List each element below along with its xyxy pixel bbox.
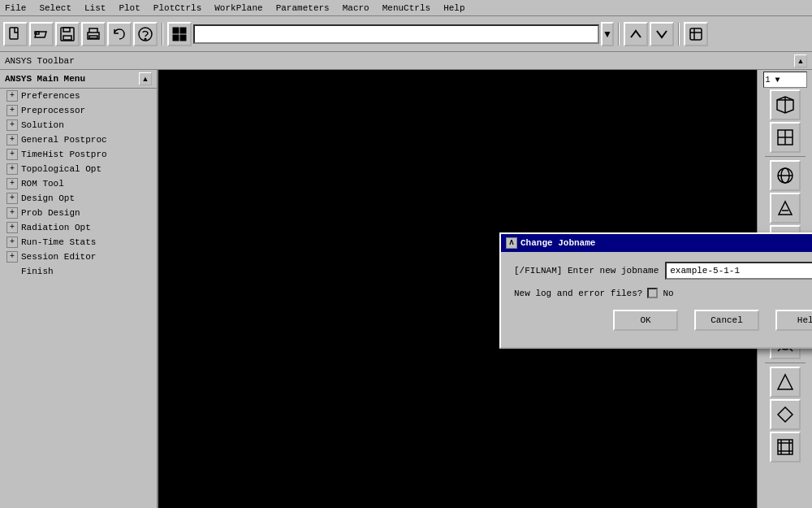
menu-parameters[interactable]: Parameters (274, 3, 331, 13)
menu-file[interactable]: File (3, 3, 28, 13)
svg-rect-10 (180, 28, 186, 33)
sidebar-label-solution: Solution (21, 119, 64, 132)
menu-select[interactable]: Select (37, 3, 73, 13)
sidebar-item-solution[interactable]: + Solution (0, 118, 157, 132)
view-btn-4[interactable] (770, 193, 801, 224)
toolbar-input[interactable] (193, 24, 599, 44)
grid-button[interactable] (167, 22, 192, 46)
print-button[interactable] (81, 22, 106, 46)
svg-rect-9 (173, 28, 179, 33)
sidebar-label-design-opt: Design Opt (21, 192, 75, 205)
sidebar-title: ANSYS Main Menu (5, 74, 85, 84)
dialog-prompt-label: [/FILNAM] Enter new jobname (514, 266, 659, 276)
svg-rect-3 (63, 36, 71, 40)
menu-help[interactable]: Help (442, 3, 466, 13)
menu-plot[interactable]: Plot (117, 3, 141, 13)
sidebar-item-topological-opt[interactable]: + Topological Opt (0, 162, 157, 176)
sidebar-label-timehist-postpro: TimeHist Postpro (21, 148, 107, 161)
plus-icon-preprocessor: + (6, 105, 18, 116)
dialog-body: [/FILNAM] Enter new jobname New log and … (501, 252, 812, 347)
dialog-no-label: No (663, 289, 673, 298)
view-btn-9[interactable] (770, 367, 801, 397)
sidebar-header: ANSYS Main Menu ▲ (0, 70, 157, 89)
view-dropdown[interactable]: 1 ▼ (763, 72, 807, 88)
cancel-button[interactable]: Cancel (694, 310, 759, 331)
sidebar-label-radiation-opt: Radiation Opt (21, 221, 91, 234)
toolbar-btn-special[interactable] (684, 22, 708, 46)
right-separator-3 (765, 363, 806, 363)
toolbar-btn-down[interactable] (650, 22, 674, 46)
help-icon-button[interactable] (133, 22, 158, 46)
help-button[interactable]: Help (775, 310, 812, 331)
sidebar-item-run-time-stats[interactable]: + Run-Time Stats (0, 235, 157, 250)
dialog-titlebar: Λ Change Jobname ✕ (501, 234, 812, 252)
toolbar-dropdown-btn[interactable]: ▼ (601, 22, 614, 46)
sidebar-collapse-btn[interactable]: ▲ (139, 72, 152, 85)
sidebar-label-preferences: Preferences (21, 89, 80, 102)
view-btn-2[interactable] (770, 122, 801, 153)
dialog-title-text: Change Jobname (520, 238, 595, 248)
svg-rect-0 (10, 28, 18, 39)
view-btn-1[interactable] (770, 89, 801, 120)
viewport: Λ Change Jobname ✕ [/FILNAM] Enter new j… (158, 70, 757, 508)
dialog-buttons: OK Cancel Help (514, 310, 812, 337)
jobname-input[interactable] (665, 262, 812, 280)
plus-icon-radiation-opt: + (6, 222, 18, 233)
sidebar-item-preprocessor[interactable]: + Preprocessor (0, 103, 157, 118)
menu-workplane[interactable]: WorkPlane (213, 3, 264, 13)
svg-rect-4 (63, 28, 70, 32)
sidebar-item-timehist-postpro[interactable]: + TimeHist Postpro (0, 147, 157, 162)
ansys-toolbar-collapse[interactable]: ▲ (794, 54, 807, 67)
menu-macro[interactable]: Macro (341, 3, 371, 13)
view-btn-3[interactable] (770, 160, 801, 191)
toolbar-separator-1 (162, 23, 163, 46)
right-separator-1 (765, 156, 806, 157)
sidebar-item-session-editor[interactable]: + Session Editor (0, 250, 157, 264)
sidebar-item-preferences[interactable]: + Preferences (0, 89, 157, 103)
sidebar-label-general-postproc: General Postproc (21, 133, 107, 146)
view-btn-10[interactable] (770, 399, 801, 430)
sidebar-item-prob-design[interactable]: + Prob Design (0, 206, 157, 220)
ok-button[interactable]: OK (613, 310, 678, 331)
toolbar-separator-3 (678, 23, 680, 46)
toolbar-separator-2 (618, 23, 620, 46)
plus-icon-timehist-postpro: + (6, 149, 18, 160)
save-button[interactable] (55, 22, 80, 46)
sidebar: ANSYS Main Menu ▲ + Preferences + Prepro… (0, 70, 158, 508)
sidebar-label-session-editor: Session Editor (21, 250, 96, 263)
plus-icon-solution: + (6, 119, 18, 131)
plus-icon-prob-design: + (6, 207, 18, 219)
sidebar-item-finish[interactable]: + Finish (0, 264, 157, 279)
ansys-toolbar-bar: ANSYS Toolbar ▲ (0, 52, 812, 70)
view-dropdown-value: 1 ▼ (766, 76, 780, 85)
dialog-jobname-row: [/FILNAM] Enter new jobname (514, 262, 812, 280)
plus-icon-general-postproc: + (6, 134, 18, 145)
sidebar-label-preprocessor: Preprocessor (21, 104, 85, 117)
dialog-log-label: New log and error files? (514, 289, 642, 298)
plus-icon-preferences: + (6, 90, 18, 102)
sidebar-item-general-postproc[interactable]: + General Postproc (0, 132, 157, 147)
new-file-button[interactable] (3, 22, 28, 46)
sidebar-item-radiation-opt[interactable]: + Radiation Opt (0, 220, 157, 235)
menu-plotctrls[interactable]: PlotCtrls (152, 3, 203, 13)
log-checkbox[interactable] (647, 288, 658, 298)
toolbar-btn-up[interactable] (624, 22, 648, 46)
svg-point-8 (145, 38, 146, 40)
svg-rect-30 (778, 440, 793, 454)
svg-rect-1 (35, 32, 39, 34)
sidebar-item-design-opt[interactable]: + Design Opt (0, 191, 157, 206)
toolbar: ▼ (0, 16, 812, 52)
sidebar-item-rom-tool[interactable]: + ROM Tool (0, 176, 157, 191)
undo-button[interactable] (107, 22, 132, 46)
plus-icon-design-opt: + (6, 193, 18, 204)
main-content: ANSYS Main Menu ▲ + Preferences + Prepro… (0, 70, 812, 508)
plus-icon-session-editor: + (6, 251, 18, 263)
menu-list[interactable]: List (83, 3, 107, 13)
sidebar-label-topological-opt: Topological Opt (21, 163, 102, 176)
open-file-button[interactable] (29, 22, 54, 46)
svg-rect-11 (173, 35, 179, 41)
sidebar-label-rom-tool: ROM Tool (21, 177, 64, 190)
view-btn-11[interactable] (770, 432, 801, 462)
dialog-log-row: New log and error files? No (514, 288, 812, 298)
menu-menuctrls[interactable]: MenuCtrls (381, 3, 432, 13)
